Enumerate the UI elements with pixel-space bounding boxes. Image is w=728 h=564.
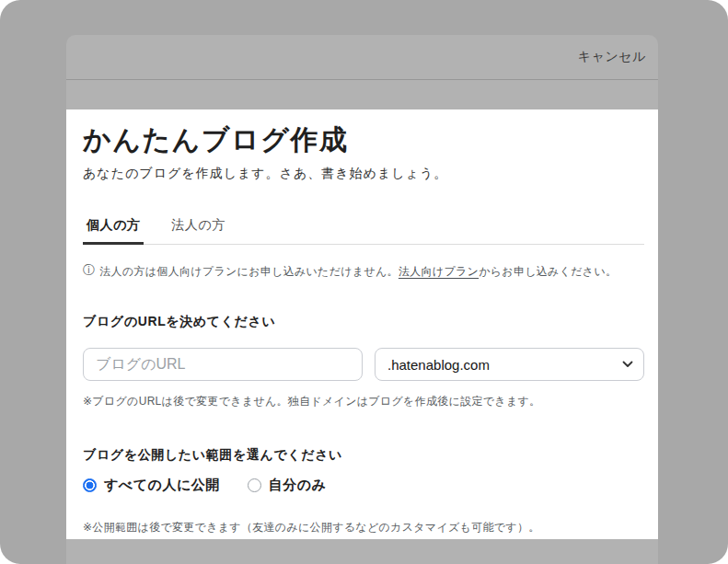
scope-note: ※公開範囲は後で変更できます（友達のみに公開するなどのカスタマイズも可能です）。	[83, 520, 644, 535]
info-text: 法人の方は個人向けプランにお申し込みいただけません。法人向けプランからお申し込み…	[99, 264, 617, 280]
url-section-label: ブログのURLを決めてください	[83, 314, 644, 330]
chevron-down-icon	[622, 361, 633, 368]
cancel-button[interactable]: キャンセル	[578, 49, 646, 65]
radio-checked-icon[interactable]	[83, 478, 97, 492]
content-sheet: かんたんブログ作成 あなたのブログを作成します。さあ、書き始めましょう。 個人の…	[66, 109, 658, 539]
domain-select-value: .hatenablog.com	[387, 357, 490, 373]
url-field-row: .hatenablog.com	[83, 348, 644, 381]
modal-header-gap	[66, 80, 658, 109]
scope-radio-group: すべての人に公開 自分のみ	[83, 477, 644, 494]
corporate-info-note: ⓘ 法人の方は個人向けプランにお申し込みいただけません。法人向けプランからお申し…	[83, 264, 644, 280]
radio-option-private[interactable]: 自分のみ	[248, 477, 327, 494]
corporate-plan-link[interactable]: 法人向けプラン	[399, 265, 479, 278]
radio-option-public-label: すべての人に公開	[104, 477, 220, 494]
info-icon: ⓘ	[83, 264, 95, 277]
modal-header: キャンセル	[66, 35, 658, 80]
tab-personal[interactable]: 個人の方	[83, 217, 144, 245]
info-text-before: 法人の方は個人向けプランにお申し込みいただけません。	[99, 265, 399, 278]
tab-corporate[interactable]: 法人の方	[168, 217, 228, 244]
domain-select[interactable]: .hatenablog.com	[375, 348, 644, 381]
account-type-tabs: 個人の方 法人の方	[83, 217, 644, 245]
page-subtitle: あなたのブログを作成します。さあ、書き始めましょう。	[83, 166, 644, 182]
blog-create-modal: キャンセル かんたんブログ作成 あなたのブログを作成します。さあ、書き始めましょ…	[66, 35, 658, 564]
radio-option-public[interactable]: すべての人に公開	[83, 477, 220, 494]
page-title: かんたんブログ作成	[83, 124, 644, 155]
blog-url-input[interactable]	[83, 348, 363, 381]
info-text-after: からお申し込みください。	[479, 265, 617, 278]
radio-option-private-label: 自分のみ	[269, 477, 327, 494]
url-note: ※ブログのURLは後で変更できません。独自ドメインはブログを作成後に設定できます…	[83, 394, 644, 409]
scope-section-label: ブログを公開したい範囲を選んでください	[83, 447, 644, 464]
window-backdrop: キャンセル かんたんブログ作成 あなたのブログを作成します。さあ、書き始めましょ…	[0, 0, 728, 564]
radio-unchecked-icon[interactable]	[248, 478, 261, 492]
